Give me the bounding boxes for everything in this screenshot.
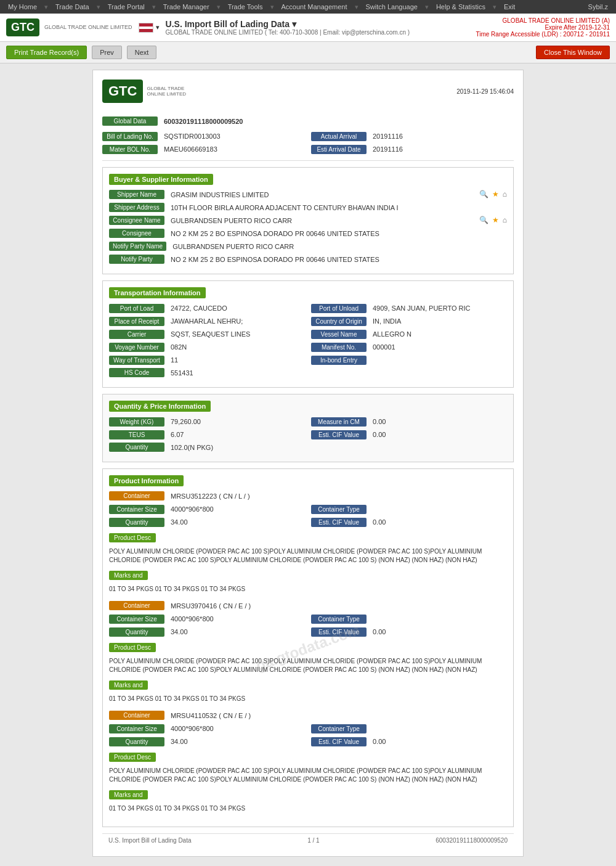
quantity-price-section: Quantity & Price Information Weight (KG)… [102,394,514,462]
page-footer-mid: 1 / 1 [307,837,319,844]
weight-value: 79,260.00 [168,417,305,427]
doc-logo-icon: GTC [102,80,143,103]
container-3-type-value [370,727,507,730]
voyage-number-value: 082N [168,342,305,352]
consignee-name-value: GULBRANDSEN PUERTO RICO CARR [168,216,476,226]
prev-button[interactable]: Prev [92,46,122,59]
container-2-qty-value: 34.00 [168,627,305,637]
master-bol-label: Mater BOL No. [102,145,158,154]
container-3-size-label: Container Size [109,724,164,733]
esti-cif-value: 0.00 [370,430,507,439]
logo-icon: GTC [6,18,39,36]
port-unload-value: 4909, SAN JUAN, PUERTO RIC [370,303,507,313]
consignee-home-icon[interactable]: ⌂ [503,216,507,224]
shipper-address-value: 10TH FLOOR BIRLA AURORA ADJACENT TO CENT… [168,203,507,213]
esti-cif-label: Esti. CIF Value [311,430,367,439]
vessel-name-label: Vessel Name [311,330,367,339]
bol-value: SQSTIDR0013003 [161,131,305,141]
teus-value: 6.07 [168,430,305,439]
nav-myhome[interactable]: My Home [5,2,40,12]
quantity-value: 102.0(N PKG) [168,443,507,452]
nav-switchlanguage[interactable]: Switch Language [363,2,421,12]
top-toolbar: Print Trade Record(s) Prev Next Close Th… [0,42,616,63]
flag-area: ▾ [139,23,160,33]
container-2-qty-row: Quantity 34.00 Esti. CIF Value 0.00 [109,627,507,637]
logo-area: GTC GLOBAL TRADE ONLINE LIMITED [6,18,132,36]
nav-tradedata[interactable]: Trade Data [52,2,92,12]
consignee-row: Consignee NO 2 KM 25 2 BO ESPINOSA DORAD… [109,229,507,239]
account-range: Time Range Accessible (LDR) : 200712 - 2… [476,31,610,38]
nav-exit[interactable]: Exit [501,2,518,12]
nav-tradeportal[interactable]: Trade Portal [105,2,148,12]
star-icon[interactable]: ★ [492,190,499,198]
way-transport-label: Way of Transport [109,356,164,365]
actual-arrival-value: 20191116 [370,131,514,141]
shipper-name-value: GRASIM INDUSTRIES LIMITED [168,190,476,200]
esti-arrival-label: Esti Arrival Date [311,145,367,154]
next-button[interactable]: Next [127,46,157,59]
home-icon[interactable]: ⌂ [503,190,507,198]
container-2-size-value: 4000*906*800 [168,614,305,624]
document-card: GTC GLOBAL TRADEONLINE LIMITED 2019-11-2… [92,70,524,857]
container-2-size-label: Container Size [109,615,164,624]
transportation-section: Transportation Information Port of Load … [102,280,514,388]
container-2-marks-label: Marks and [109,680,148,690]
port-load-label: Port of Load [109,304,164,313]
country-origin-value: IN, INDIA [370,316,507,326]
consignee-label: Consignee [109,229,164,238]
esti-arrival-value: 20191116 [370,144,514,154]
container-1-size-label: Container Size [109,505,164,514]
container-3-label: Container [109,711,164,720]
nav-trademanager[interactable]: Trade Manager [160,2,213,12]
container-2-block: Container MRSU3970416 ( CN / E / ) Conta… [109,601,507,703]
manifest-value: 000001 [370,342,507,352]
nav-tradetools[interactable]: Trade Tools [225,2,266,12]
hs-code-row: HS Code 551431 [109,368,507,378]
container-1-size-row: Container Size 4000*906*800 Container Ty… [109,504,507,514]
search-icon[interactable]: 🔍 [479,190,488,198]
buyer-supplier-section: Buyer & Supplier Information Shipper Nam… [102,167,514,274]
global-data-value: 600320191118000009520 [161,116,514,126]
notify-party-row: Notify Party NO 2 KM 25 2 BO ESPINOSA DO… [109,255,507,264]
container-3-qty-row: Quantity 34.00 Esti. CIF Value 0.00 [109,737,507,746]
container-2-size-row: Container Size 4000*906*800 Container Ty… [109,614,507,624]
nav-helpstatistics[interactable]: Help & Statistics [433,2,488,12]
container-3-qty-value: 34.00 [168,737,305,746]
port-load-value: 24722, CAUCEDO [168,303,305,313]
inbond-value [370,359,507,361]
container-3-desc-value: POLY ALUMINIUM CHLORIDE (POWDER PAC AC 1… [109,767,507,784]
notify-party-label: Notify Party [109,255,164,264]
consignee-search-icon[interactable]: 🔍 [479,216,488,224]
container-3-cif-value: 0.00 [370,737,507,746]
notify-party-name-row: Notify Party Name GULBRANDSEN PUERTO RIC… [109,242,507,251]
weight-measure-row: Weight (KG) 79,260.00 Measure in CM 0.00 [109,417,507,427]
print-button[interactable]: Print Trade Record(s) [6,46,87,59]
main-content: GTC GLOBAL TRADEONLINE LIMITED 2019-11-2… [86,63,530,866]
close-button[interactable]: Close This Window [536,46,610,59]
logo-subtitle: GLOBAL TRADE ONLINE LIMITED [44,24,132,31]
container-2-desc-label: Product Desc [109,643,156,652]
inbond-label: In-bond Entry [311,356,367,365]
weight-label: Weight (KG) [109,417,164,427]
container-2-type-value [370,618,507,620]
hs-code-label: HS Code [109,368,164,377]
measure-cm-label: Measure in CM [311,417,367,427]
master-bol-row: Mater BOL No. MAEU606669183 Esti Arrival… [102,144,514,154]
header-title-area: U.S. Import Bill of Lading Data ▾ GLOBAL… [166,19,410,36]
voyage-number-label: Voyage Number [109,343,164,352]
consignee-name-row: Consignee Name GULBRANDSEN PUERTO RICO C… [109,216,507,226]
container-3-size-row: Container Size 4000*906*800 Container Ty… [109,724,507,733]
teus-label: TEUS [109,430,164,439]
consignee-star-icon[interactable]: ★ [492,216,499,224]
shipper-address-row: Shipper Address 10TH FLOOR BIRLA AURORA … [109,203,507,213]
container-3-marks-value: 01 TO 34 PKGS 01 TO 34 PKGS 01 TO 34 PKG… [109,804,507,813]
page-title: U.S. Import Bill of Lading Data ▾ [166,19,410,29]
container-1-row: Container MRSU3512223 ( CN / L / ) [109,491,507,501]
container-2-cif-label: Esti. CIF Value [311,627,367,637]
nav-accountmanagement[interactable]: Account Management [278,2,351,12]
voyage-manifest-row: Voyage Number 082N Manifest No. 000001 [109,342,507,352]
account-expire: Expire After 2019-12-31 [476,24,610,31]
container-1-desc-label: Product Desc [109,533,156,542]
container-1-marks-value: 01 TO 34 PKGS 01 TO 34 PKGS 01 TO 34 PKG… [109,585,507,594]
doc-logo: GTC GLOBAL TRADEONLINE LIMITED [102,80,186,103]
